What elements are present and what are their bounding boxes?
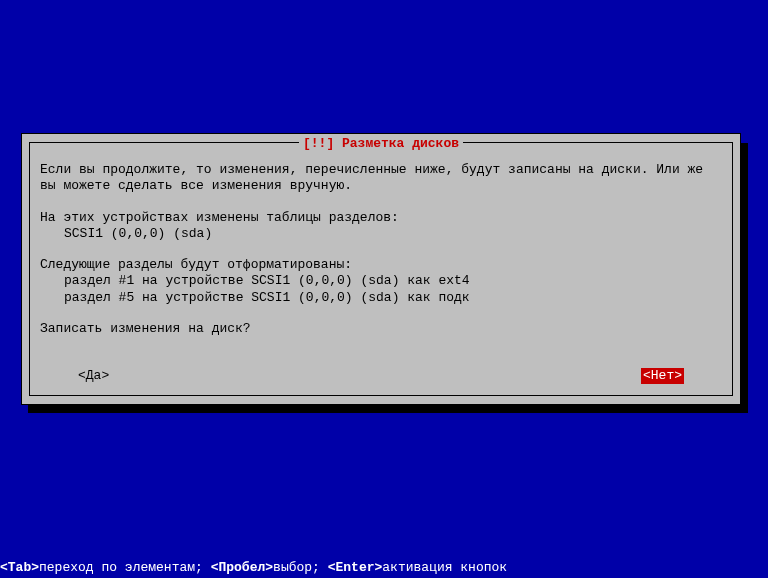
pt-item: SCSI1 (0,0,0) (sda) <box>40 226 722 242</box>
yes-button[interactable]: <Да> <box>78 368 109 384</box>
space-key-hint: <Пробел> <box>211 560 273 575</box>
question-text: Записать изменения на диск? <box>40 321 722 337</box>
fmt-header: Следующие разделы будут отформатированы: <box>40 257 722 273</box>
tab-hint-text: переход по элементам; <box>39 560 211 575</box>
fmt-item: раздел #1 на устройстве SCSI1 (0,0,0) (s… <box>40 273 722 289</box>
intro-text: Если вы продолжите, то изменения, перечи… <box>40 162 722 195</box>
tab-key-hint: <Tab> <box>0 560 39 575</box>
fmt-item: раздел #5 на устройстве SCSI1 (0,0,0) (s… <box>40 290 722 306</box>
dialog-title: [!!] Разметка дисков <box>22 136 740 152</box>
dialog-title-text: [!!] Разметка дисков <box>299 136 463 151</box>
space-hint-text: выбор; <box>273 560 328 575</box>
enter-hint-text: активация кнопок <box>382 560 507 575</box>
pt-header: На этих устройствах изменены таблицы раз… <box>40 210 722 226</box>
dialog-content: Если вы продолжите, то изменения, перечи… <box>40 162 722 337</box>
partition-dialog: [!!] Разметка дисков Если вы продолжите,… <box>21 133 741 405</box>
button-row: <Да> <Нет> <box>40 368 722 384</box>
fmt-section: Следующие разделы будут отформатированы:… <box>40 257 722 306</box>
pt-section: На этих устройствах изменены таблицы раз… <box>40 210 722 243</box>
footer-hints: <Tab>переход по элементам; <Пробел>выбор… <box>0 560 507 576</box>
enter-key-hint: <Enter> <box>328 560 383 575</box>
no-button[interactable]: <Нет> <box>641 368 684 384</box>
